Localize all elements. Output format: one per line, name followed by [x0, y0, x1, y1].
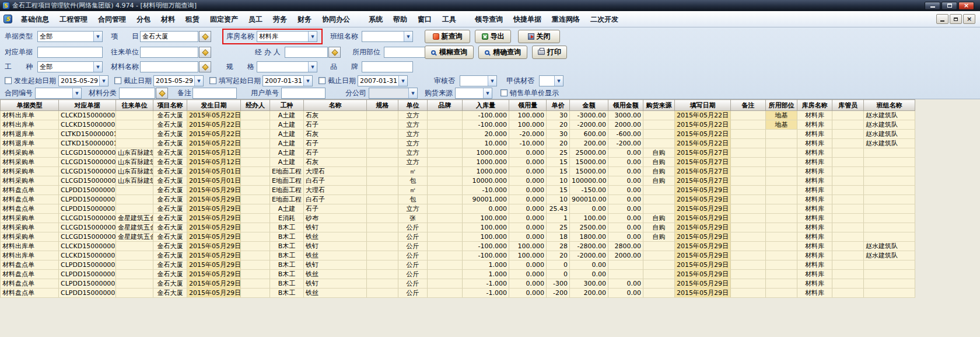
- grid-cell[interactable]: [116, 130, 153, 139]
- grid-cell[interactable]: 铁钉: [304, 279, 367, 289]
- grid-cell[interactable]: -2800.00: [570, 242, 608, 251]
- grid-cell[interactable]: 自购: [643, 167, 675, 176]
- grid-row[interactable]: 材料盘点单CLPDD150000001金石大厦2015年05月29日E地面工程白…: [1, 195, 915, 204]
- grid-cell[interactable]: 材料库: [797, 260, 832, 270]
- grid-cell[interactable]: [241, 204, 270, 214]
- grid-cell[interactable]: 2015年05月29日: [675, 251, 731, 260]
- grid-cell[interactable]: [731, 130, 766, 139]
- grid-header-cell[interactable]: 入库量: [463, 100, 509, 111]
- grid-cell[interactable]: 0.000: [509, 158, 547, 167]
- grid-header-cell[interactable]: 金额: [570, 100, 608, 111]
- team-select[interactable]: ▼: [362, 31, 413, 42]
- grid-cell[interactable]: CLPDD150000003: [59, 279, 116, 289]
- menu-item[interactable]: 帮助: [388, 12, 412, 27]
- grid-cell[interactable]: [643, 130, 675, 139]
- grid-cell[interactable]: -100.000: [463, 111, 509, 120]
- grid-cell[interactable]: 0.00: [570, 204, 608, 214]
- grid-cell[interactable]: 2015年05月22日: [187, 130, 241, 139]
- grid-row[interactable]: 材料盘点单CLPDD150000002金石大厦2015年05月29日B木工铁丝公…: [1, 270, 915, 279]
- new-query-button[interactable]: 新查询: [425, 30, 470, 43]
- grid-cell[interactable]: 张: [398, 214, 428, 223]
- grid-cell[interactable]: 2015年05月22日: [187, 139, 241, 148]
- grid-cell[interactable]: [241, 130, 270, 139]
- grid-cell[interactable]: 0.00: [608, 204, 643, 214]
- grid-cell[interactable]: 材料库: [797, 289, 832, 298]
- grid-cell[interactable]: [731, 204, 766, 214]
- grid-cell[interactable]: 20: [547, 251, 570, 260]
- grid-cell[interactable]: 100.000: [463, 232, 509, 242]
- grid-cell[interactable]: 赵水建筑队: [864, 120, 915, 130]
- grid-cell[interactable]: [367, 158, 398, 167]
- grid-cell[interactable]: [731, 279, 766, 289]
- grid-cell[interactable]: 600.00: [570, 130, 608, 139]
- grid-cell[interactable]: 2015年05月29日: [675, 270, 731, 279]
- grid-header-cell[interactable]: 单位: [398, 100, 428, 111]
- grid-cell[interactable]: 10000.000: [463, 176, 509, 186]
- menu-item[interactable]: 工具: [437, 12, 461, 27]
- grid-cell[interactable]: 2015年05月27日: [675, 158, 731, 167]
- grid-cell[interactable]: 自购: [643, 158, 675, 167]
- grid-cell[interactable]: 包: [398, 195, 428, 204]
- material-name-input[interactable]: [140, 61, 198, 72]
- grid-cell[interactable]: [864, 176, 915, 186]
- mdi-restore-button[interactable]: [950, 14, 962, 24]
- grid-cell[interactable]: 0.00: [570, 260, 608, 270]
- grid-cell[interactable]: 材料库: [797, 251, 832, 260]
- grid-cell[interactable]: 金石大厦: [153, 130, 187, 139]
- grid-cell[interactable]: 2015年05月29日: [187, 223, 241, 232]
- grid-cell[interactable]: 2015年05月01日: [187, 167, 241, 176]
- grid-cell[interactable]: [766, 279, 797, 289]
- grid-cell[interactable]: [864, 195, 915, 204]
- menu-item[interactable]: 租赁: [180, 12, 205, 27]
- menu-item[interactable]: 财务: [292, 12, 317, 27]
- grid-cell[interactable]: 1000.000: [463, 167, 509, 176]
- grid-cell[interactable]: 1800.00: [570, 232, 608, 242]
- grid-cell[interactable]: -200.00: [608, 139, 643, 148]
- grid-cell[interactable]: B木工: [270, 223, 304, 232]
- grid-cell[interactable]: [367, 139, 398, 148]
- grid-cell[interactable]: [731, 223, 766, 232]
- grid-cell[interactable]: 900010.00: [570, 195, 608, 204]
- grid-cell[interactable]: [428, 289, 463, 298]
- grid-cell[interactable]: 100.00: [570, 214, 608, 223]
- grid-cell[interactable]: CLCKD150000001: [59, 120, 116, 130]
- grid-cell[interactable]: 立方: [398, 148, 428, 158]
- grid-header-cell[interactable]: 购货来源: [643, 100, 675, 111]
- grid-header-cell[interactable]: 对应单据: [59, 100, 116, 111]
- material-class-input[interactable]: [119, 88, 155, 99]
- grid-cell[interactable]: [643, 270, 675, 279]
- grid-cell[interactable]: E地面工程: [270, 195, 304, 204]
- brand-input[interactable]: [362, 61, 413, 72]
- grid-cell[interactable]: [367, 270, 398, 279]
- grid-header-cell[interactable]: 规格: [367, 100, 398, 111]
- work-type-select[interactable]: 全部 ▼: [37, 61, 103, 72]
- menu-item[interactable]: 工程管理: [54, 12, 93, 27]
- grid-cell[interactable]: 18: [547, 232, 570, 242]
- grid-cell[interactable]: [832, 130, 864, 139]
- grid-cell[interactable]: [608, 260, 643, 270]
- menu-item[interactable]: 合同管理: [93, 12, 131, 27]
- grid-cell[interactable]: 铁钉: [304, 260, 367, 270]
- branch-select[interactable]: ▼: [369, 88, 418, 99]
- grid-cell[interactable]: [731, 195, 766, 204]
- grid-cell[interactable]: 25: [547, 223, 570, 232]
- export-button[interactable]: 导出: [475, 30, 511, 43]
- grid-header-cell[interactable]: 班组名称: [864, 100, 915, 111]
- grid-cell[interactable]: [428, 139, 463, 148]
- grid-cell[interactable]: 2015年05月29日: [675, 279, 731, 289]
- grid-cell[interactable]: 2015年05月29日: [187, 289, 241, 298]
- grid-cell[interactable]: 包: [398, 176, 428, 186]
- grid-cell[interactable]: [367, 289, 398, 298]
- grid-cell[interactable]: [241, 148, 270, 158]
- grid-header-cell[interactable]: 项目名称: [153, 100, 187, 111]
- grid-cell[interactable]: 1000.000: [463, 158, 509, 167]
- menu-item[interactable]: 劳务: [268, 12, 292, 27]
- fill-end-checkbox[interactable]: [318, 77, 326, 84]
- grid-cell[interactable]: 0.00: [608, 289, 643, 298]
- grid-cell[interactable]: 200.00: [570, 289, 608, 298]
- grid-cell[interactable]: [428, 242, 463, 251]
- grid-cell[interactable]: 材料库: [797, 148, 832, 158]
- menu-item[interactable]: 系统: [363, 12, 388, 27]
- grid-header-cell[interactable]: 工种: [270, 100, 304, 111]
- grid-cell[interactable]: [832, 279, 864, 289]
